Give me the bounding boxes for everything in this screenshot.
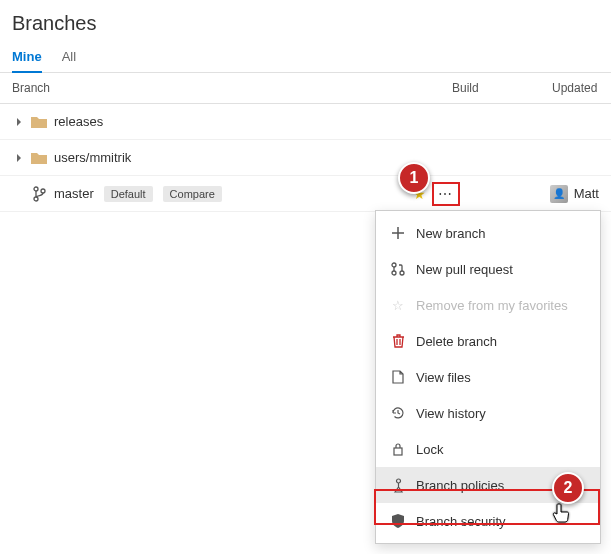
folder-icon [30, 113, 48, 131]
updated-cell: 👤 Matt [550, 185, 599, 203]
branch-row-master[interactable]: master Default Compare ★ ⋯ 👤 Matt [0, 176, 611, 212]
svg-point-0 [34, 187, 38, 191]
svg-point-5 [400, 271, 404, 275]
branch-icon [30, 185, 48, 203]
history-icon [390, 405, 406, 421]
chevron-right-icon[interactable] [12, 118, 26, 126]
tab-all[interactable]: All [62, 43, 76, 72]
plus-icon [390, 225, 406, 241]
menu-label: Remove from my favorites [416, 298, 568, 313]
menu-label: Branch policies [416, 478, 504, 493]
col-build[interactable]: Build [452, 81, 552, 95]
menu-label: New pull request [416, 262, 513, 277]
branch-label: master [54, 186, 94, 201]
policy-icon [390, 477, 406, 493]
default-badge: Default [104, 186, 153, 202]
trash-icon [390, 333, 406, 349]
more-actions-button[interactable]: ⋯ [432, 182, 460, 206]
avatar: 👤 [550, 185, 568, 203]
menu-label: Branch security [416, 514, 506, 529]
svg-point-2 [41, 189, 45, 193]
svg-rect-6 [394, 448, 402, 455]
svg-point-3 [392, 263, 396, 267]
folder-label: users/mmitrik [54, 150, 131, 165]
folder-icon [30, 149, 48, 167]
col-updated[interactable]: Updated [552, 81, 599, 95]
menu-delete-branch[interactable]: Delete branch [376, 323, 600, 359]
menu-remove-favorites: ☆ Remove from my favorites [376, 287, 600, 323]
menu-label: View history [416, 406, 486, 421]
menu-label: Delete branch [416, 334, 497, 349]
file-icon [390, 369, 406, 385]
svg-point-1 [34, 197, 38, 201]
star-outline-icon: ☆ [390, 297, 406, 313]
page-title: Branches [0, 0, 611, 43]
menu-label: Lock [416, 442, 443, 457]
compare-badge: Compare [163, 186, 222, 202]
lock-icon [390, 441, 406, 457]
menu-new-branch[interactable]: New branch [376, 215, 600, 251]
tabs: Mine All [0, 43, 611, 73]
folder-label: releases [54, 114, 103, 129]
menu-new-pull-request[interactable]: New pull request [376, 251, 600, 287]
tab-mine[interactable]: Mine [12, 43, 42, 72]
folder-row-releases[interactable]: releases [0, 104, 611, 140]
branch-rows: releases users/mmitrik master Default Co… [0, 104, 611, 212]
pull-request-icon [390, 261, 406, 277]
folder-row-users[interactable]: users/mmitrik [0, 140, 611, 176]
column-headers: Branch Build Updated [0, 73, 611, 104]
col-branch[interactable]: Branch [12, 81, 452, 95]
menu-label: View files [416, 370, 471, 385]
menu-view-files[interactable]: View files [376, 359, 600, 395]
callout-2: 2 [552, 472, 584, 504]
shield-icon [390, 513, 406, 529]
user-name: Matt [574, 186, 599, 201]
menu-view-history[interactable]: View history [376, 395, 600, 431]
menu-lock[interactable]: Lock [376, 431, 600, 467]
cursor-pointer-icon [552, 503, 572, 528]
svg-point-4 [392, 271, 396, 275]
svg-point-7 [396, 479, 400, 483]
chevron-right-icon[interactable] [12, 154, 26, 162]
menu-label: New branch [416, 226, 485, 241]
callout-1: 1 [398, 162, 430, 194]
